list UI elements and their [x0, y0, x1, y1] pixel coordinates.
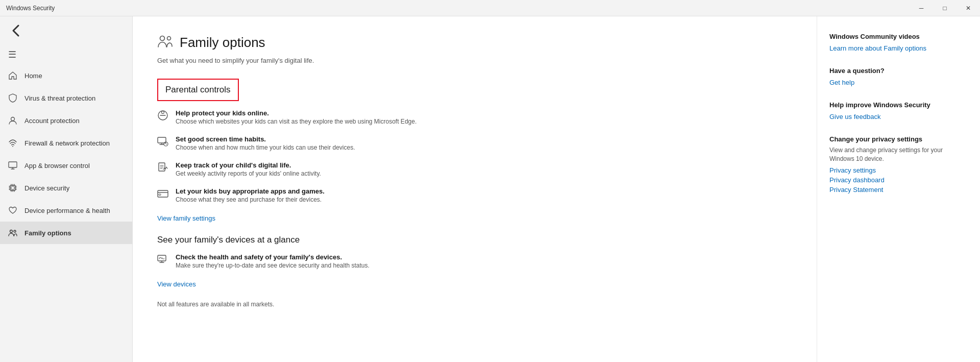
app-body: ☰ Home Virus & threat protection — [0, 16, 980, 362]
svg-rect-4 — [11, 186, 14, 189]
right-section-improve: Help improve Windows Security Give us fe… — [829, 101, 968, 121]
circle-minus-icon — [157, 110, 168, 121]
family-header-icon — [157, 33, 174, 53]
privacy-desc: View and change privacy settings for you… — [829, 146, 968, 163]
privacy-title: Change your privacy settings — [829, 135, 968, 143]
people-icon — [8, 228, 17, 237]
give-feedback-link[interactable]: Give us feedback — [829, 113, 880, 120]
feature-item-check-devices: Check the health and safety of your fami… — [157, 253, 792, 269]
sidebar-item-device-security[interactable]: Device security — [0, 177, 132, 199]
feature-item-apps-games: Let your kids buy appropriate apps and g… — [157, 187, 792, 203]
back-icon — [8, 22, 24, 39]
feature-desc-protect-kids: Choose which websites your kids can visi… — [176, 118, 416, 125]
devices-section-title: See your family's devices at a glance — [157, 235, 792, 245]
window-controls: ─ □ ✕ — [910, 0, 980, 16]
feature-text-apps-games: Let your kids buy appropriate apps and g… — [176, 187, 325, 203]
shield-icon — [8, 93, 17, 103]
community-title: Windows Community videos — [829, 33, 968, 40]
sidebar-item-device-perf-label: Device performance & health — [24, 207, 110, 214]
right-section-community: Windows Community videos Learn more abou… — [829, 33, 968, 53]
svg-rect-2 — [9, 162, 17, 167]
hamburger-icon: ☰ — [8, 49, 16, 60]
app-title: Windows Security — [6, 5, 55, 12]
chip-icon — [8, 183, 17, 192]
monitor-icon — [8, 161, 17, 170]
close-button[interactable]: ✕ — [957, 0, 980, 16]
feature-name-protect-kids: Help protect your kids online. — [176, 109, 416, 117]
doc-chart-icon — [157, 162, 168, 173]
svg-rect-20 — [159, 194, 161, 196]
svg-point-1 — [12, 146, 13, 147]
devices-section: See your family's devices at a glance Ch… — [157, 235, 792, 288]
sidebar-item-home-label: Home — [24, 72, 42, 80]
minimize-button[interactable]: ─ — [910, 0, 933, 16]
page-subtitle: Get what you need to simplify your famil… — [157, 57, 792, 64]
right-section-privacy: Change your privacy settings View and ch… — [829, 135, 968, 194]
feature-item-digital-life: Keep track of your child's digital life.… — [157, 161, 792, 177]
feature-name-apps-games: Let your kids buy appropriate apps and g… — [176, 187, 325, 195]
feature-desc-digital-life: Get weekly activity reports of your kids… — [176, 170, 321, 177]
feature-text-check-devices: Check the health and safety of your fami… — [176, 253, 370, 269]
sidebar-item-virus-label: Virus & threat protection — [24, 94, 95, 102]
feature-item-protect-kids: Help protect your kids online. Choose wh… — [157, 109, 792, 125]
sidebar-item-family-label: Family options — [24, 229, 71, 237]
titlebar: Windows Security ─ □ ✕ — [0, 0, 980, 16]
feature-name-check-devices: Check the health and safety of your fami… — [176, 253, 370, 261]
heart-icon — [8, 206, 17, 215]
feature-desc-check-devices: Make sure they're up-to-date and see dev… — [176, 262, 370, 269]
page-header: Family options — [157, 33, 792, 53]
home-icon — [8, 71, 17, 80]
sidebar-top-row — [0, 20, 132, 41]
sidebar-item-account[interactable]: Account protection — [0, 109, 132, 132]
sidebar-item-device-perf[interactable]: Device performance & health — [0, 199, 132, 222]
monitor-heart-icon — [157, 254, 168, 265]
feature-text-screen-time: Set good screen time habits. Choose when… — [176, 135, 355, 151]
maximize-button[interactable]: □ — [933, 0, 957, 16]
sidebar-item-home[interactable]: Home — [0, 64, 132, 87]
view-family-settings-link[interactable]: View family settings — [157, 214, 215, 222]
clock-monitor-icon — [157, 136, 168, 147]
main-content: Family options Get what you need to simp… — [133, 16, 817, 362]
sidebar-item-app-browser[interactable]: App & browser control — [0, 154, 132, 177]
parental-controls-title: Parental controls — [157, 79, 239, 101]
privacy-dashboard-link[interactable]: Privacy dashboard — [829, 176, 968, 184]
learn-more-family-link[interactable]: Learn more about Family options — [829, 44, 926, 52]
improve-title: Help improve Windows Security — [829, 101, 968, 109]
sidebar-item-virus[interactable]: Virus & threat protection — [0, 87, 132, 109]
sidebar-item-app-browser-label: App & browser control — [24, 162, 90, 170]
page-title: Family options — [180, 35, 265, 51]
sidebar-item-firewall[interactable]: Firewall & network protection — [0, 132, 132, 154]
right-section-question: Have a question? Get help — [829, 67, 968, 87]
feature-desc-apps-games: Choose what they see and purchase for th… — [176, 196, 325, 203]
wifi-icon — [8, 138, 17, 148]
svg-point-8 — [167, 37, 171, 40]
privacy-statement-link[interactable]: Privacy Statement — [829, 186, 968, 194]
svg-point-11 — [162, 111, 164, 114]
feature-text-digital-life: Keep track of your child's digital life.… — [176, 161, 321, 177]
view-devices-link[interactable]: View devices — [157, 280, 196, 288]
right-panel: Windows Community videos Learn more abou… — [817, 16, 980, 362]
sidebar-item-family[interactable]: Family options — [0, 222, 132, 244]
question-title: Have a question? — [829, 67, 968, 75]
feature-name-digital-life: Keep track of your child's digital life. — [176, 161, 321, 169]
svg-point-6 — [14, 230, 16, 232]
sidebar-item-account-label: Account protection — [24, 117, 80, 125]
parental-controls-list: Help protect your kids online. Choose wh… — [157, 109, 792, 203]
get-help-link[interactable]: Get help — [829, 79, 854, 86]
footer-note: Not all features are available in all ma… — [157, 301, 792, 308]
sidebar-item-firewall-label: Firewall & network protection — [24, 139, 110, 147]
sidebar-item-device-security-label: Device security — [24, 184, 69, 192]
devices-feature-list: Check the health and safety of your fami… — [157, 253, 792, 269]
parental-controls-section: Parental controls Help protect your kids… — [157, 79, 792, 223]
back-button[interactable] — [8, 22, 24, 39]
sidebar-hamburger[interactable]: ☰ — [0, 45, 132, 64]
feature-name-screen-time: Set good screen time habits. — [176, 135, 355, 143]
feature-item-screen-time: Set good screen time habits. Choose when… — [157, 135, 792, 151]
svg-point-5 — [10, 230, 13, 233]
feature-text-protect-kids: Help protect your kids online. Choose wh… — [176, 109, 416, 125]
svg-point-7 — [160, 36, 165, 41]
credit-card-icon — [157, 188, 168, 199]
svg-point-0 — [11, 117, 15, 121]
privacy-settings-link[interactable]: Privacy settings — [829, 166, 968, 174]
feature-desc-screen-time: Choose when and how much time your kids … — [176, 144, 355, 151]
